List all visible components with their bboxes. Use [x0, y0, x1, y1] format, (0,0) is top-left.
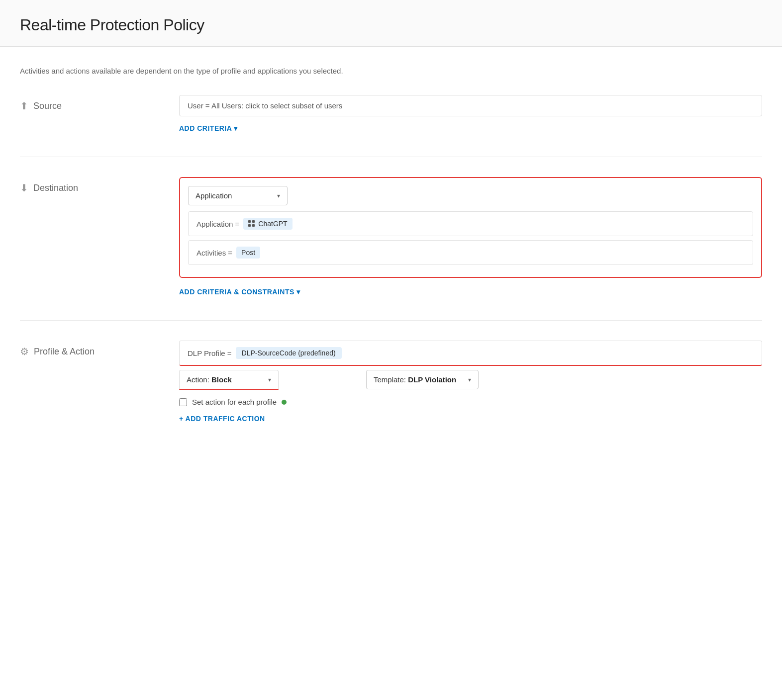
add-traffic-label: + ADD TRAFFIC ACTION	[179, 415, 265, 423]
source-content: ADD CRITERIA ▾	[179, 95, 762, 133]
application-dropdown-wrapper: Application ▾	[188, 186, 307, 205]
add-traffic-action-button[interactable]: + ADD TRAFFIC ACTION	[179, 415, 265, 423]
application-dropdown-arrow: ▾	[277, 192, 280, 199]
activities-criteria-label: Activities =	[196, 249, 232, 257]
activities-criteria-row: Activities = Post	[188, 240, 753, 265]
destination-label-text: Destination	[33, 183, 78, 193]
add-constraints-chevron: ▾	[296, 288, 300, 296]
template-value: DLP Violation	[408, 375, 456, 384]
application-criteria-row: Application = ChatGPT	[188, 211, 753, 236]
destination-section: ⬇ Destination Application ▾ Application …	[20, 177, 762, 296]
destination-icon: ⬇	[20, 182, 28, 194]
source-divider	[20, 157, 762, 157]
template-select-wrapper: Template: DLP Violation ▾	[366, 370, 545, 390]
activities-tag[interactable]: Post	[236, 247, 260, 259]
page-description: Activities and actions available are dep…	[20, 67, 762, 75]
action-dropdown-arrow: ▾	[268, 376, 271, 383]
application-criteria-label: Application =	[196, 220, 239, 228]
activities-tag-value: Post	[241, 249, 255, 257]
destination-label: ⬇ Destination	[20, 177, 179, 194]
chatgpt-app-icon	[248, 220, 255, 227]
application-tag-value: ChatGPT	[258, 220, 287, 228]
dlp-tag-value: DLP-SourceCode (predefined)	[242, 349, 336, 357]
application-dropdown-value: Application	[196, 191, 232, 200]
add-constraints-button[interactable]: ADD CRITERIA & CONSTRAINTS ▾	[179, 288, 300, 296]
application-tag[interactable]: ChatGPT	[243, 218, 292, 230]
add-criteria-button[interactable]: ADD CRITERIA ▾	[179, 124, 238, 132]
profile-action-icon: ⚙	[20, 346, 29, 357]
action-value: Block	[211, 375, 232, 384]
add-criteria-chevron: ▾	[234, 124, 238, 132]
source-user-input[interactable]	[179, 95, 762, 116]
add-constraints-label: ADD CRITERIA & CONSTRAINTS	[179, 288, 294, 296]
destination-criteria-box: Application ▾ Application = ChatGPT	[179, 177, 762, 278]
source-label: ⬆ Source	[20, 95, 179, 112]
action-select-wrapper: Action: Block ▾	[179, 370, 358, 390]
template-select-display[interactable]: Template: DLP Violation ▾	[366, 370, 479, 389]
destination-content: Application ▾ Application = ChatGPT	[179, 177, 762, 296]
application-dropdown[interactable]: Application ▾	[188, 186, 288, 205]
set-action-label: Set action for each profile	[192, 398, 277, 406]
profile-action-label: ⚙ Profile & Action	[20, 341, 179, 357]
template-label-text: Template: DLP Violation	[374, 375, 456, 384]
set-action-checkbox[interactable]	[179, 398, 187, 406]
page-title: Real-time Protection Policy	[20, 16, 762, 34]
source-icon: ⬆	[20, 100, 28, 112]
source-section: ⬆ Source ADD CRITERIA ▾	[20, 95, 762, 133]
action-template-row: Action: Block ▾ Template: DLP Violation	[179, 370, 762, 390]
template-dropdown-arrow: ▾	[468, 376, 471, 383]
dlp-label: DLP Profile =	[188, 349, 232, 357]
profile-action-section: ⚙ Profile & Action DLP Profile = DLP-Sou…	[20, 341, 762, 423]
set-action-row: Set action for each profile	[179, 398, 762, 406]
action-select-display[interactable]: Action: Block ▾	[179, 370, 279, 390]
dlp-profile-row: DLP Profile = DLP-SourceCode (predefined…	[179, 341, 762, 366]
destination-divider	[20, 320, 762, 321]
green-status-dot	[282, 400, 287, 405]
action-label-text: Action: Block	[187, 375, 232, 384]
profile-action-label-text: Profile & Action	[34, 347, 95, 357]
add-criteria-label: ADD CRITERIA	[179, 124, 232, 132]
source-label-text: Source	[33, 101, 62, 111]
dlp-tag[interactable]: DLP-SourceCode (predefined)	[236, 347, 342, 359]
profile-action-content: DLP Profile = DLP-SourceCode (predefined…	[179, 341, 762, 423]
